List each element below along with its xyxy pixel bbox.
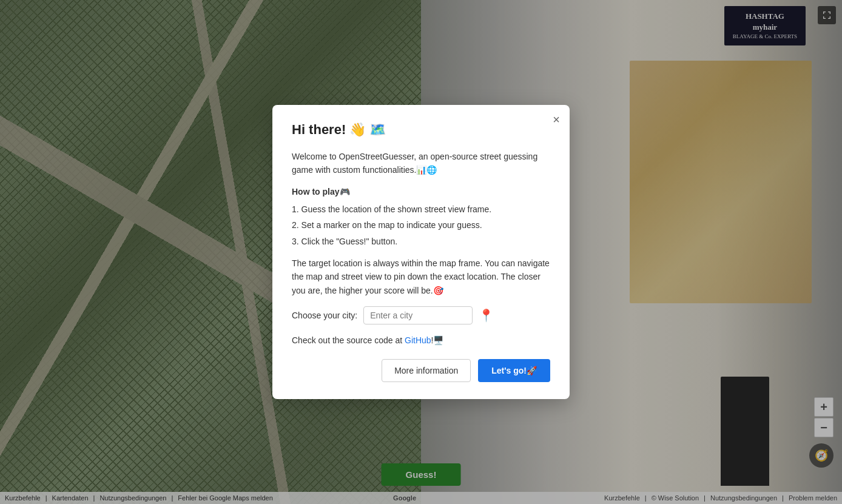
modal-how-to-play-heading: How to play🎮 [292,185,550,198]
source-code-text: Check out the source code at [292,335,405,345]
lets-go-button[interactable]: Let's go!🚀 [478,359,550,382]
pin-icon: 📍 [479,306,494,325]
modal-title: Hi there! 👋 🗺️ [292,122,550,138]
city-chooser-row: Choose your city: 📍 [292,306,550,325]
modal-step3: 3. Click the "Guess!" button. [292,235,550,248]
modal-target-text: The target location is always within the… [292,257,550,297]
modal-body: Welcome to OpenStreetGuesser, an open-so… [292,150,550,348]
github-suffix: !🖥️ [431,335,444,345]
modal-step1: 1. Guess the location of the shown stree… [292,203,550,216]
modal-source-code-line: Check out the source code at GitHub!🖥️ [292,334,550,347]
modal-footer: More information Let's go!🚀 [292,359,550,382]
modal-step2: 2. Set a marker on the map to indicate y… [292,218,550,232]
welcome-modal: × Hi there! 👋 🗺️ Welcome to OpenStreetGu… [272,105,570,400]
modal-steps: 1. Guess the location of the shown stree… [292,203,550,248]
city-label: Choose your city: [292,309,357,322]
city-input[interactable] [363,306,473,324]
github-link[interactable]: GitHub [405,335,431,345]
modal-intro-text: Welcome to OpenStreetGuesser, an open-so… [292,150,550,177]
modal-close-button[interactable]: × [553,113,560,126]
more-information-button[interactable]: More information [382,359,471,382]
modal-overlay: × Hi there! 👋 🗺️ Welcome to OpenStreetGu… [0,0,842,504]
